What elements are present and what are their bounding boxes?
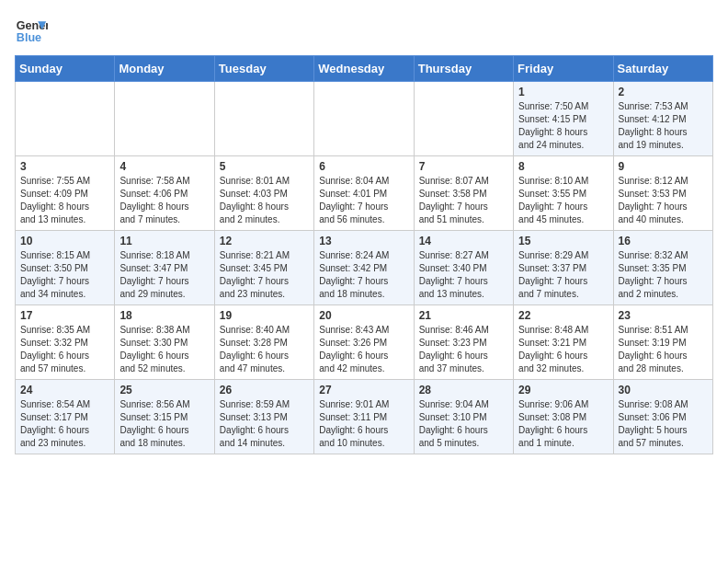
day-info: Sunrise: 8:04 AM Sunset: 4:01 PM Dayligh… bbox=[319, 175, 408, 226]
day-number: 23 bbox=[619, 309, 708, 322]
day-info: Sunrise: 8:56 AM Sunset: 3:15 PM Dayligh… bbox=[119, 398, 209, 450]
day-number: 14 bbox=[419, 235, 508, 247]
day-number: 4 bbox=[119, 160, 209, 173]
calendar-table: SundayMondayTuesdayWednesdayThursdayFrid… bbox=[15, 55, 713, 454]
weekday-sunday: Sunday bbox=[16, 56, 115, 82]
calendar-cell: 10Sunrise: 8:15 AM Sunset: 3:50 PM Dayli… bbox=[16, 231, 115, 305]
calendar-cell: 7Sunrise: 8:07 AM Sunset: 3:58 PM Daylig… bbox=[414, 156, 513, 231]
calendar-cell: 9Sunrise: 8:12 AM Sunset: 3:53 PM Daylig… bbox=[613, 156, 712, 231]
day-info: Sunrise: 7:58 AM Sunset: 4:06 PM Dayligh… bbox=[119, 175, 209, 226]
weekday-header-row: SundayMondayTuesdayWednesdayThursdayFrid… bbox=[16, 56, 713, 82]
day-number: 8 bbox=[518, 160, 608, 173]
calendar-cell bbox=[414, 82, 513, 156]
calendar-cell: 23Sunrise: 8:51 AM Sunset: 3:19 PM Dayli… bbox=[613, 305, 712, 380]
day-info: Sunrise: 8:21 AM Sunset: 3:45 PM Dayligh… bbox=[220, 249, 309, 301]
svg-text:Blue: Blue bbox=[17, 31, 41, 44]
calendar-cell: 19Sunrise: 8:40 AM Sunset: 3:28 PM Dayli… bbox=[214, 305, 313, 380]
weekday-friday: Friday bbox=[514, 56, 613, 82]
day-info: Sunrise: 8:40 AM Sunset: 3:28 PM Dayligh… bbox=[220, 324, 309, 375]
weekday-wednesday: Wednesday bbox=[314, 56, 414, 82]
day-number: 26 bbox=[220, 384, 309, 396]
day-info: Sunrise: 8:48 AM Sunset: 3:21 PM Dayligh… bbox=[518, 324, 608, 375]
calendar-cell: 5Sunrise: 8:01 AM Sunset: 4:03 PM Daylig… bbox=[214, 156, 313, 231]
weekday-tuesday: Tuesday bbox=[214, 56, 313, 82]
logo: General Blue bbox=[15, 15, 48, 48]
calendar-cell bbox=[214, 82, 313, 156]
day-number: 6 bbox=[319, 160, 408, 173]
weekday-thursday: Thursday bbox=[414, 56, 513, 82]
calendar-cell: 16Sunrise: 8:32 AM Sunset: 3:35 PM Dayli… bbox=[613, 231, 712, 305]
day-number: 3 bbox=[20, 160, 109, 173]
day-info: Sunrise: 8:24 AM Sunset: 3:42 PM Dayligh… bbox=[319, 249, 408, 301]
day-info: Sunrise: 7:53 AM Sunset: 4:12 PM Dayligh… bbox=[619, 100, 708, 152]
day-number: 1 bbox=[518, 86, 608, 98]
day-info: Sunrise: 8:01 AM Sunset: 4:03 PM Dayligh… bbox=[220, 175, 309, 226]
day-info: Sunrise: 9:08 AM Sunset: 3:06 PM Dayligh… bbox=[619, 398, 708, 450]
day-number: 2 bbox=[619, 86, 708, 98]
day-number: 18 bbox=[119, 309, 209, 322]
calendar-cell: 14Sunrise: 8:27 AM Sunset: 3:40 PM Dayli… bbox=[414, 231, 513, 305]
day-info: Sunrise: 8:27 AM Sunset: 3:40 PM Dayligh… bbox=[419, 249, 508, 301]
calendar-cell: 20Sunrise: 8:43 AM Sunset: 3:26 PM Dayli… bbox=[314, 305, 414, 380]
day-info: Sunrise: 8:32 AM Sunset: 3:35 PM Dayligh… bbox=[619, 249, 708, 301]
calendar-cell: 17Sunrise: 8:35 AM Sunset: 3:32 PM Dayli… bbox=[16, 305, 115, 380]
calendar-cell: 4Sunrise: 7:58 AM Sunset: 4:06 PM Daylig… bbox=[115, 156, 214, 231]
calendar-cell: 1Sunrise: 7:50 AM Sunset: 4:15 PM Daylig… bbox=[514, 82, 613, 156]
day-info: Sunrise: 8:59 AM Sunset: 3:13 PM Dayligh… bbox=[220, 398, 309, 450]
day-info: Sunrise: 8:43 AM Sunset: 3:26 PM Dayligh… bbox=[319, 324, 408, 375]
day-number: 13 bbox=[319, 235, 408, 247]
day-info: Sunrise: 8:54 AM Sunset: 3:17 PM Dayligh… bbox=[20, 398, 109, 450]
day-info: Sunrise: 7:55 AM Sunset: 4:09 PM Dayligh… bbox=[20, 175, 109, 226]
day-number: 22 bbox=[518, 309, 608, 322]
week-row-5: 24Sunrise: 8:54 AM Sunset: 3:17 PM Dayli… bbox=[16, 380, 713, 454]
day-number: 24 bbox=[20, 384, 109, 396]
day-number: 28 bbox=[419, 384, 508, 396]
calendar-cell: 24Sunrise: 8:54 AM Sunset: 3:17 PM Dayli… bbox=[16, 380, 115, 454]
page-header: General Blue bbox=[15, 15, 713, 48]
day-number: 21 bbox=[419, 309, 508, 322]
calendar-cell: 3Sunrise: 7:55 AM Sunset: 4:09 PM Daylig… bbox=[16, 156, 115, 231]
day-info: Sunrise: 9:01 AM Sunset: 3:11 PM Dayligh… bbox=[319, 398, 408, 450]
day-number: 5 bbox=[220, 160, 309, 173]
calendar-cell: 28Sunrise: 9:04 AM Sunset: 3:10 PM Dayli… bbox=[414, 380, 513, 454]
day-number: 30 bbox=[619, 384, 708, 396]
weekday-monday: Monday bbox=[115, 56, 214, 82]
week-row-1: 1Sunrise: 7:50 AM Sunset: 4:15 PM Daylig… bbox=[16, 82, 713, 156]
day-info: Sunrise: 8:51 AM Sunset: 3:19 PM Dayligh… bbox=[619, 324, 708, 375]
calendar-cell: 2Sunrise: 7:53 AM Sunset: 4:12 PM Daylig… bbox=[613, 82, 712, 156]
calendar-cell: 11Sunrise: 8:18 AM Sunset: 3:47 PM Dayli… bbox=[115, 231, 214, 305]
day-info: Sunrise: 8:38 AM Sunset: 3:30 PM Dayligh… bbox=[119, 324, 209, 375]
day-info: Sunrise: 8:29 AM Sunset: 3:37 PM Dayligh… bbox=[518, 249, 608, 301]
weekday-saturday: Saturday bbox=[613, 56, 712, 82]
day-number: 15 bbox=[518, 235, 608, 247]
day-info: Sunrise: 8:46 AM Sunset: 3:23 PM Dayligh… bbox=[419, 324, 508, 375]
week-row-2: 3Sunrise: 7:55 AM Sunset: 4:09 PM Daylig… bbox=[16, 156, 713, 231]
week-row-4: 17Sunrise: 8:35 AM Sunset: 3:32 PM Dayli… bbox=[16, 305, 713, 380]
calendar-cell bbox=[314, 82, 414, 156]
calendar-cell: 29Sunrise: 9:06 AM Sunset: 3:08 PM Dayli… bbox=[514, 380, 613, 454]
day-info: Sunrise: 9:06 AM Sunset: 3:08 PM Dayligh… bbox=[518, 398, 608, 450]
calendar-cell: 6Sunrise: 8:04 AM Sunset: 4:01 PM Daylig… bbox=[314, 156, 414, 231]
logo-icon: General Blue bbox=[15, 15, 48, 48]
day-number: 19 bbox=[220, 309, 309, 322]
day-info: Sunrise: 9:04 AM Sunset: 3:10 PM Dayligh… bbox=[419, 398, 508, 450]
day-info: Sunrise: 8:35 AM Sunset: 3:32 PM Dayligh… bbox=[20, 324, 109, 375]
calendar-cell: 22Sunrise: 8:48 AM Sunset: 3:21 PM Dayli… bbox=[514, 305, 613, 380]
calendar-cell: 27Sunrise: 9:01 AM Sunset: 3:11 PM Dayli… bbox=[314, 380, 414, 454]
day-number: 25 bbox=[119, 384, 209, 396]
calendar-cell: 30Sunrise: 9:08 AM Sunset: 3:06 PM Dayli… bbox=[613, 380, 712, 454]
calendar-cell bbox=[115, 82, 214, 156]
calendar-cell: 25Sunrise: 8:56 AM Sunset: 3:15 PM Dayli… bbox=[115, 380, 214, 454]
calendar-cell bbox=[16, 82, 115, 156]
day-number: 9 bbox=[619, 160, 708, 173]
day-info: Sunrise: 8:07 AM Sunset: 3:58 PM Dayligh… bbox=[419, 175, 508, 226]
calendar-cell: 15Sunrise: 8:29 AM Sunset: 3:37 PM Dayli… bbox=[514, 231, 613, 305]
calendar-body: 1Sunrise: 7:50 AM Sunset: 4:15 PM Daylig… bbox=[16, 82, 713, 454]
day-number: 11 bbox=[119, 235, 209, 247]
day-number: 16 bbox=[619, 235, 708, 247]
calendar-cell: 21Sunrise: 8:46 AM Sunset: 3:23 PM Dayli… bbox=[414, 305, 513, 380]
day-number: 20 bbox=[319, 309, 408, 322]
day-info: Sunrise: 8:15 AM Sunset: 3:50 PM Dayligh… bbox=[20, 249, 109, 301]
day-info: Sunrise: 8:18 AM Sunset: 3:47 PM Dayligh… bbox=[119, 249, 209, 301]
day-number: 10 bbox=[20, 235, 109, 247]
